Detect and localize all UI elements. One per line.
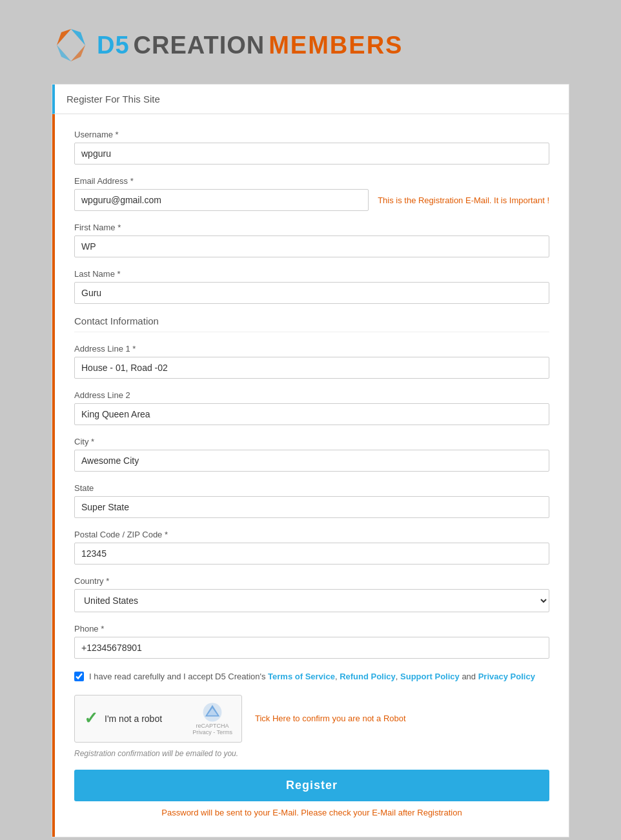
lastname-label: Last Name * — [74, 269, 549, 279]
address2-input[interactable] — [74, 403, 549, 425]
recaptcha-logo-icon — [202, 702, 223, 723]
logo-text: D5 CREATION MEMBERS — [97, 32, 403, 59]
firstname-group: First Name * — [74, 223, 549, 257]
password-note: Password will be sent to your E-Mail. Pl… — [74, 808, 549, 817]
phone-label: Phone * — [74, 624, 549, 634]
header: D5 CREATION MEMBERS — [52, 13, 569, 84]
terms-row: I have read carefully and I accept D5 Cr… — [74, 670, 549, 683]
state-label: State — [74, 483, 549, 493]
page-wrapper: D5 CREATION MEMBERS Register For This Si… — [0, 13, 621, 840]
email-row: This is the Registration E-Mail. It is I… — [74, 189, 549, 211]
firstname-input[interactable] — [74, 235, 549, 257]
terms-checkbox[interactable] — [74, 672, 84, 681]
lastname-input[interactable] — [74, 282, 549, 304]
recaptcha-footer: reCAPTCHA Privacy - Terms — [192, 723, 232, 735]
city-input[interactable] — [74, 450, 549, 472]
city-label: City * — [74, 437, 549, 446]
logo-creation: CREATION — [134, 32, 265, 59]
register-title-bar: Register For This Site — [52, 85, 569, 114]
address1-label: Address Line 1 * — [74, 344, 549, 354]
phone-input[interactable] — [74, 637, 549, 659]
email-input[interactable] — [74, 189, 369, 211]
state-input[interactable] — [74, 496, 549, 518]
phone-group: Phone * — [74, 624, 549, 659]
firstname-label: First Name * — [74, 223, 549, 232]
address1-input[interactable] — [74, 357, 549, 379]
recaptcha-left: ✓ I'm not a robot — [84, 708, 162, 728]
email-note: This is the Registration E-Mail. It is I… — [378, 195, 549, 205]
page-title: Register For This Site — [66, 94, 160, 105]
logo-icon — [52, 26, 90, 65]
email-group: Email Address * This is the Registration… — [74, 176, 549, 211]
contact-section-label: Contact Information — [74, 315, 549, 332]
username-label: Username * — [74, 130, 549, 139]
city-group: City * — [74, 437, 549, 472]
recaptcha-right: reCAPTCHA Privacy - Terms — [192, 702, 232, 735]
lastname-group: Last Name * — [74, 269, 549, 304]
zip-label: Postal Code / ZIP Code * — [74, 530, 549, 539]
recaptcha-box[interactable]: ✓ I'm not a robot reCAPTCHA Privacy - Te… — [74, 695, 242, 743]
privacy-policy-link[interactable]: Privacy Policy — [478, 672, 535, 681]
checkmark-icon: ✓ — [84, 708, 98, 728]
register-card: Register For This Site Username * Email … — [52, 84, 569, 837]
logo-members: MEMBERS — [269, 32, 403, 59]
address2-group: Address Line 2 — [74, 390, 549, 425]
terms-of-service-link[interactable]: Terms of Service — [268, 672, 335, 681]
terms-text: I have read carefully and I accept D5 Cr… — [89, 670, 535, 683]
confirmation-note: Registration confirmation will be emaile… — [74, 749, 549, 758]
country-select[interactable]: United States United Kingdom Canada Aust… — [74, 589, 549, 612]
register-form-area: Username * Email Address * This is the R… — [52, 114, 569, 837]
recaptcha-row: ✓ I'm not a robot reCAPTCHA Privacy - Te… — [74, 695, 549, 743]
username-input[interactable] — [74, 143, 549, 165]
username-group: Username * — [74, 130, 549, 165]
country-label: Country * — [74, 576, 549, 586]
country-group: Country * United States United Kingdom C… — [74, 576, 549, 612]
zip-input[interactable] — [74, 543, 549, 565]
register-button[interactable]: Register — [74, 770, 549, 801]
email-label: Email Address * — [74, 176, 549, 186]
logo-d5: D5 — [97, 32, 130, 59]
address1-group: Address Line 1 * — [74, 344, 549, 379]
recaptcha-note: Tick Here to confirm you are not a Robot — [255, 714, 406, 723]
address2-label: Address Line 2 — [74, 390, 549, 400]
recaptcha-label: I'm not a robot — [105, 714, 162, 724]
zip-group: Postal Code / ZIP Code * — [74, 530, 549, 565]
state-group: State — [74, 483, 549, 518]
support-policy-link[interactable]: Support Policy — [400, 672, 460, 681]
refund-policy-link[interactable]: Refund Policy — [340, 672, 396, 681]
